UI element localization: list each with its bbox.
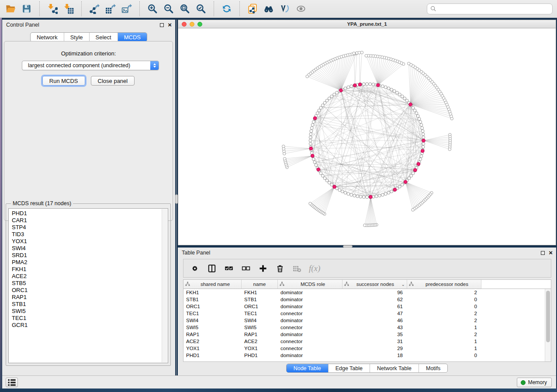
zoom-selected-icon[interactable] — [195, 3, 207, 15]
show-hide-panel-icon[interactable] — [295, 3, 307, 15]
zoom-out-icon[interactable] — [163, 3, 175, 15]
mcds-result-item[interactable]: PHD1 — [12, 210, 168, 217]
tab-select[interactable]: Select — [89, 33, 118, 41]
close-table-panel-icon[interactable]: × — [549, 251, 553, 255]
mcds-result-item[interactable]: TEC1 — [12, 315, 168, 322]
export-table-icon[interactable] — [104, 3, 117, 15]
table-row[interactable]: ACE2ACE2connector311 — [183, 338, 551, 345]
column-header-shared-name[interactable]: shared name — [183, 280, 242, 289]
control-panel-titlebar: Control Panel × — [2, 20, 175, 30]
zoom-fit-icon[interactable] — [179, 3, 191, 15]
result-list-scrollbar[interactable] — [162, 209, 167, 362]
tab-style[interactable]: Style — [64, 33, 89, 41]
select-all-icon[interactable] — [224, 263, 234, 274]
export-network-icon[interactable] — [88, 3, 100, 15]
toggle-panel-columns-icon[interactable] — [207, 263, 217, 274]
mcds-result-item[interactable]: SWI4 — [12, 245, 168, 252]
mcds-result-item[interactable]: PMA2 — [12, 259, 168, 266]
toolbar-separator — [214, 1, 214, 16]
mcds-result-item[interactable]: TID3 — [12, 231, 168, 238]
table-row[interactable]: PHD1PHD1dominator180 — [183, 352, 551, 359]
import-table-icon[interactable] — [62, 3, 75, 15]
search-input[interactable] — [439, 6, 549, 12]
tab-edge-table[interactable]: Edge Table — [328, 364, 370, 372]
column-header-successor-nodes[interactable]: successor nodes⌄ — [343, 280, 407, 289]
network-titlebar: YPA_prune.txt_1 — [178, 20, 556, 28]
close-panel-icon[interactable]: × — [168, 23, 172, 27]
table-row[interactable]: STB1STB1dominator620 — [183, 296, 551, 303]
tab-node-table[interactable]: Node Table — [287, 364, 328, 372]
zoom-in-icon[interactable] — [146, 3, 159, 15]
mcds-result-list[interactable]: PHD1CAR1STP4TID3YOX1SWI4SRD1PMA2FKH1ACE2… — [8, 208, 168, 363]
optimization-criterion-select[interactable]: largest connected component (undirected) — [22, 61, 159, 70]
column-header-MCDS-role[interactable]: MCDS role — [278, 280, 343, 289]
memory-status-icon — [521, 380, 526, 385]
optimization-criterion-label: Optimization criterion: — [4, 50, 173, 57]
mcds-result-item[interactable]: STB1 — [12, 301, 168, 308]
mcds-result-item[interactable]: SWI5 — [12, 308, 168, 315]
toolbar-separator — [139, 1, 140, 16]
run-mcds-button[interactable]: Run MCDS — [42, 76, 85, 86]
table-row[interactable]: FKH1FKH1dominator962 — [183, 289, 551, 296]
mcds-result-item[interactable]: STB5 — [12, 280, 168, 287]
clone-network-icon[interactable] — [246, 3, 259, 15]
table-scrollbar-thumb[interactable] — [546, 291, 550, 342]
toolbar-separator — [239, 1, 240, 16]
mcds-result-item[interactable]: YOX1 — [12, 238, 168, 245]
table-row[interactable]: YOX1YOX1connector291 — [183, 345, 551, 352]
table-scrollbar[interactable] — [545, 289, 551, 361]
table-row[interactable]: RAP1RAP1dominator352 — [183, 331, 551, 338]
save-session-icon[interactable] — [21, 3, 33, 15]
deselect-all-icon[interactable] — [241, 263, 251, 274]
control-panel-title: Control Panel — [6, 22, 39, 28]
mcds-tab-content: Optimization criterion: largest connecte… — [4, 41, 173, 221]
mcds-result-item[interactable]: RAP1 — [12, 294, 168, 301]
mcds-result-item[interactable]: STP4 — [12, 224, 168, 231]
search-icon — [430, 6, 436, 12]
mcds-result-item[interactable]: SRD1 — [12, 252, 168, 259]
table-row[interactable]: ORC1ORC1dominator610 — [183, 303, 551, 310]
search-box[interactable] — [427, 3, 553, 14]
column-header-predecessor-nodes[interactable]: predecessor nodes — [407, 280, 481, 289]
table-row[interactable]: SWI4SWI4dominator462 — [183, 317, 551, 324]
delete-column-icon[interactable] — [275, 263, 285, 274]
network-title: YPA_prune.txt_1 — [178, 21, 556, 27]
column-header-name[interactable]: name — [242, 280, 278, 289]
find-icon[interactable] — [263, 3, 275, 15]
table-panel-title: Table Panel — [182, 250, 210, 256]
table-settings-icon[interactable] — [190, 263, 200, 274]
table-row[interactable]: TEC1TEC1connector472 — [183, 310, 551, 317]
node-table-header: shared namename MCDS role successor node… — [183, 280, 551, 289]
import-network-icon[interactable] — [46, 3, 59, 15]
network-view-window: YPA_prune.txt_1 — [178, 20, 556, 245]
export-image-icon[interactable] — [121, 3, 133, 15]
function-builder-icon[interactable]: f(x) — [309, 264, 320, 273]
float-table-panel-icon[interactable] — [541, 251, 545, 255]
tab-mcds[interactable]: MCDS — [118, 33, 147, 41]
destroy-table-icon — [292, 263, 302, 274]
network-canvas[interactable] — [178, 28, 556, 245]
mcds-result-item[interactable]: ACE2 — [12, 273, 168, 280]
table-row[interactable]: SWI5SWI5connector431 — [183, 324, 551, 331]
tab-network[interactable]: Network — [31, 33, 64, 41]
node-table-body: FKH1FKH1dominator962STB1STB1dominator620… — [183, 289, 551, 359]
memory-button[interactable]: Memory — [517, 378, 552, 387]
refresh-view-icon[interactable] — [221, 3, 233, 15]
table-toolbar: f(x) — [183, 259, 551, 278]
tab-network-table[interactable]: Network Table — [370, 364, 419, 372]
desktop-wallpaper-bottom — [0, 389, 557, 392]
automation-panel-button[interactable] — [6, 378, 18, 387]
mcds-result-item[interactable]: CAR1 — [12, 217, 168, 224]
mcds-result-item[interactable]: FKH1 — [12, 266, 168, 273]
mcds-result-item[interactable]: GCR1 — [12, 322, 168, 329]
node-table[interactable]: shared namename MCDS role successor node… — [183, 279, 551, 362]
open-file-icon[interactable] — [4, 3, 17, 15]
float-panel-icon[interactable] — [160, 23, 164, 27]
sort-chevron-icon[interactable]: ⌄ — [401, 282, 405, 287]
status-bar: Memory — [2, 375, 556, 389]
close-panel-button[interactable]: Close panel — [91, 76, 135, 86]
mcds-result-item[interactable]: ORC1 — [12, 287, 168, 294]
toggle-graphics-details-icon[interactable] — [279, 3, 291, 15]
tab-motifs[interactable]: Motifs — [419, 364, 447, 372]
add-column-icon[interactable] — [258, 263, 268, 274]
